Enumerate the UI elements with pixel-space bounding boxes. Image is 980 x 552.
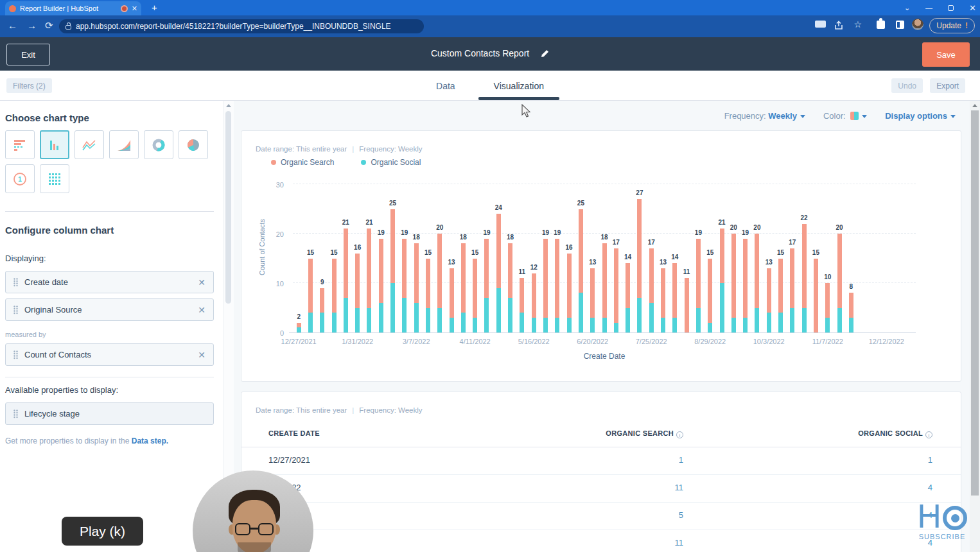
stacked-bar[interactable] (555, 239, 559, 332)
organic-social-segment[interactable] (590, 318, 595, 332)
organic-social-segment[interactable] (767, 313, 771, 332)
edit-pencil-icon[interactable] (541, 49, 549, 58)
organic-social-segment[interactable] (567, 318, 572, 332)
stacked-bar[interactable] (402, 239, 407, 332)
chart-type-line[interactable] (74, 130, 104, 159)
organic-social-segment[interactable] (461, 313, 466, 332)
organic-social-segment[interactable] (755, 308, 759, 333)
stacked-bar[interactable] (720, 229, 724, 332)
display-options-control[interactable]: Display options (885, 111, 956, 121)
stacked-bar[interactable] (849, 293, 853, 332)
search-value-link[interactable]: 1 (555, 455, 683, 465)
stacked-bar[interactable] (637, 199, 642, 332)
extensions-puzzle-icon[interactable] (877, 21, 885, 29)
organic-social-segment[interactable] (496, 288, 501, 332)
organic-social-segment[interactable] (543, 318, 548, 332)
bookmark-star-icon[interactable]: ☆ (853, 19, 862, 30)
stacked-bar[interactable] (696, 239, 701, 332)
chart-type-pie[interactable] (179, 130, 208, 159)
chart-type-horizontal-bar[interactable] (5, 130, 35, 159)
stacked-bar[interactable] (414, 243, 419, 332)
stacked-bar[interactable] (649, 248, 654, 332)
organic-social-segment[interactable] (614, 323, 618, 332)
scroll-up-arrow-icon[interactable] (972, 104, 977, 107)
organic-social-segment[interactable] (414, 303, 419, 332)
stacked-bar[interactable] (837, 234, 842, 332)
stacked-bar[interactable] (567, 254, 572, 332)
stacked-bar[interactable] (814, 259, 818, 333)
organic-social-segment[interactable] (297, 327, 301, 332)
organic-social-segment[interactable] (344, 298, 348, 332)
stacked-bar[interactable] (520, 278, 524, 332)
new-tab-button[interactable]: + (152, 2, 157, 13)
chip-original-source[interactable]: Original Source ✕ (5, 298, 214, 321)
drag-handle-icon[interactable] (13, 278, 18, 287)
window-close-button[interactable]: ✕ (969, 3, 976, 13)
stacked-bar[interactable] (767, 268, 771, 332)
stacked-bar[interactable] (614, 248, 618, 332)
drag-handle-icon[interactable] (13, 410, 18, 418)
stacked-bar[interactable] (755, 234, 759, 332)
stacked-bar[interactable] (685, 278, 689, 332)
remove-chip-icon[interactable]: ✕ (198, 350, 206, 360)
organic-social-segment[interactable] (837, 308, 842, 333)
window-minimize-button[interactable]: — (925, 4, 932, 12)
organic-social-segment[interactable] (825, 318, 830, 332)
remove-chip-icon[interactable]: ✕ (198, 305, 206, 315)
organic-social-segment[interactable] (320, 313, 324, 332)
stacked-bar[interactable] (297, 323, 301, 332)
stacked-bar[interactable] (508, 243, 512, 332)
organic-social-segment[interactable] (484, 298, 489, 332)
organic-social-segment[interactable] (308, 313, 313, 332)
organic-social-segment[interactable] (743, 318, 748, 332)
tab-visualization[interactable]: Visualization (493, 72, 545, 100)
social-value-link[interactable]: 4 (804, 538, 932, 548)
data-step-link[interactable]: Data step. (132, 436, 168, 445)
play-button[interactable]: Play (k) (62, 517, 143, 546)
window-menu-chevron-icon[interactable]: ⌄ (904, 4, 910, 12)
organic-social-segment[interactable] (555, 318, 559, 332)
save-button[interactable]: Save (922, 42, 970, 67)
chart-type-donut[interactable] (144, 130, 173, 159)
stacked-bar[interactable] (743, 239, 748, 332)
media-card-icon[interactable] (815, 21, 826, 28)
stacked-bar[interactable] (532, 273, 536, 332)
undo-button[interactable]: Undo (891, 78, 923, 93)
stacked-bar[interactable] (626, 263, 630, 332)
organic-social-segment[interactable] (602, 318, 607, 332)
stacked-bar[interactable] (344, 229, 348, 332)
color-control[interactable]: Color: (823, 111, 867, 121)
stacked-bar[interactable] (390, 209, 395, 333)
stacked-bar[interactable] (332, 259, 337, 333)
organic-social-segment[interactable] (379, 303, 383, 332)
legend-organic-social[interactable]: Organic Social (361, 158, 421, 167)
address-bar[interactable]: app.hubspot.com/report-builder/4518221?b… (59, 19, 424, 33)
stacked-bar[interactable] (661, 268, 665, 332)
chip-lifecycle-stage[interactable]: Lifecycle stage (5, 402, 214, 425)
organic-social-segment[interactable] (626, 308, 630, 333)
chart-type-kpi[interactable]: 1 (5, 164, 35, 193)
chart-type-table[interactable] (40, 164, 69, 193)
remove-chip-icon[interactable]: ✕ (198, 277, 206, 288)
organic-social-segment[interactable] (426, 308, 430, 333)
stacked-bar[interactable] (437, 234, 442, 332)
chart-type-column[interactable] (40, 130, 69, 159)
stacked-bar[interactable] (802, 224, 807, 332)
drag-handle-icon[interactable] (13, 306, 18, 315)
organic-social-segment[interactable] (355, 308, 360, 333)
legend-organic-search[interactable]: Organic Search (271, 158, 334, 167)
organic-social-segment[interactable] (661, 318, 665, 332)
stacked-bar[interactable] (672, 263, 677, 332)
stacked-bar[interactable] (778, 259, 783, 333)
stacked-bar[interactable] (602, 243, 607, 332)
stacked-bar[interactable] (320, 288, 324, 332)
info-icon[interactable]: i (925, 431, 932, 438)
organic-social-segment[interactable] (367, 308, 371, 333)
drag-handle-icon[interactable] (13, 350, 18, 359)
tab-close-icon[interactable]: ✕ (132, 4, 137, 13)
social-value-link[interactable]: 4 (804, 510, 932, 520)
search-value-link[interactable]: 11 (555, 538, 683, 548)
stacked-bar[interactable] (708, 259, 712, 333)
search-value-link[interactable]: 11 (555, 483, 683, 492)
stacked-bar[interactable] (461, 243, 466, 332)
